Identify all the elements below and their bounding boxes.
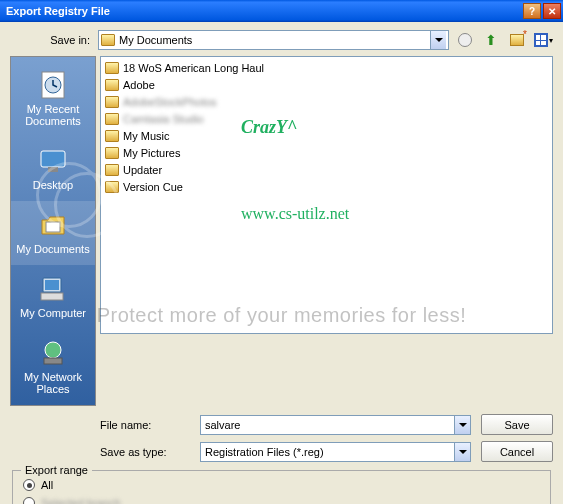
svg-rect-4: [46, 222, 60, 232]
cancel-button[interactable]: Cancel: [481, 441, 553, 462]
folder-icon: [105, 113, 119, 125]
watermark-text-2: www.cs-utilz.net: [241, 205, 349, 223]
back-icon: [458, 33, 472, 47]
dropdown-arrow-icon[interactable]: [454, 443, 470, 461]
folder-icon: [105, 62, 119, 74]
view-menu-button[interactable]: ▾: [533, 30, 553, 50]
folder-icon: [101, 34, 115, 46]
radio-selected-branch[interactable]: Selected branch: [23, 497, 540, 504]
folder-item[interactable]: 18 WoS American Long Haul: [103, 59, 550, 76]
new-folder-icon: [510, 34, 524, 46]
my-computer-icon: [37, 273, 69, 305]
folder-icon: [105, 181, 119, 193]
folder-item[interactable]: My Music: [103, 127, 550, 144]
folder-item[interactable]: My Pictures: [103, 144, 550, 161]
export-range-fieldset: Export range All Selected branch HKEY_LO…: [12, 470, 551, 504]
folder-item[interactable]: Adobe: [103, 76, 550, 93]
folder-item[interactable]: Updater: [103, 161, 550, 178]
watermark-text-1: CrazY^: [241, 117, 297, 138]
radio-all[interactable]: All: [23, 479, 540, 491]
help-button[interactable]: ?: [523, 3, 541, 19]
saveas-combo[interactable]: Registration Files (*.reg): [200, 442, 471, 462]
folder-icon: [105, 130, 119, 142]
folder-icon: [105, 96, 119, 108]
svg-point-8: [45, 342, 61, 358]
folder-item[interactable]: Camtasia Studio: [103, 110, 550, 127]
recent-documents-icon: [37, 69, 69, 101]
window-title: Export Registry File: [6, 5, 521, 17]
svg-rect-7: [41, 293, 63, 300]
dropdown-arrow-icon[interactable]: [454, 416, 470, 434]
view-icon: [534, 33, 548, 47]
export-range-legend: Export range: [21, 464, 92, 476]
svg-rect-6: [45, 280, 59, 290]
places-bar: My Recent Documents Desktop My Documents…: [10, 56, 96, 406]
saveas-label: Save as type:: [100, 446, 200, 458]
network-places-icon: [37, 337, 69, 369]
place-my-computer[interactable]: My Computer: [11, 265, 95, 329]
filename-label: File name:: [100, 419, 200, 431]
place-my-documents[interactable]: My Documents: [11, 201, 95, 265]
place-desktop[interactable]: Desktop: [11, 137, 95, 201]
file-listing[interactable]: 18 WoS American Long HaulAdobeAdobeStock…: [100, 56, 553, 334]
folder-icon: [105, 79, 119, 91]
up-icon: ⬆: [485, 32, 497, 48]
radio-icon: [23, 497, 35, 504]
place-recent-documents[interactable]: My Recent Documents: [11, 61, 95, 137]
desktop-icon: [37, 145, 69, 177]
place-network-places[interactable]: My Network Places: [11, 329, 95, 405]
folder-icon: [105, 147, 119, 159]
svg-rect-2: [41, 151, 65, 167]
savein-combo[interactable]: My Documents: [98, 30, 449, 50]
savein-label: Save in:: [10, 34, 98, 46]
svg-rect-9: [44, 358, 62, 364]
svg-rect-3: [48, 167, 58, 172]
titlebar: Export Registry File ? ✕: [0, 0, 563, 22]
up-one-level-button[interactable]: ⬆: [481, 30, 501, 50]
folder-icon: [105, 164, 119, 176]
folder-item[interactable]: AdobeStockPhotos: [103, 93, 550, 110]
new-folder-button[interactable]: [507, 30, 527, 50]
back-button[interactable]: [455, 30, 475, 50]
filename-input[interactable]: salvare: [200, 415, 471, 435]
savein-value: My Documents: [119, 34, 430, 46]
folder-item[interactable]: Version Cue: [103, 178, 550, 195]
dropdown-arrow-icon[interactable]: [430, 31, 446, 49]
save-button[interactable]: Save: [481, 414, 553, 435]
close-button[interactable]: ✕: [543, 3, 561, 19]
my-documents-icon: [37, 209, 69, 241]
radio-icon: [23, 479, 35, 491]
